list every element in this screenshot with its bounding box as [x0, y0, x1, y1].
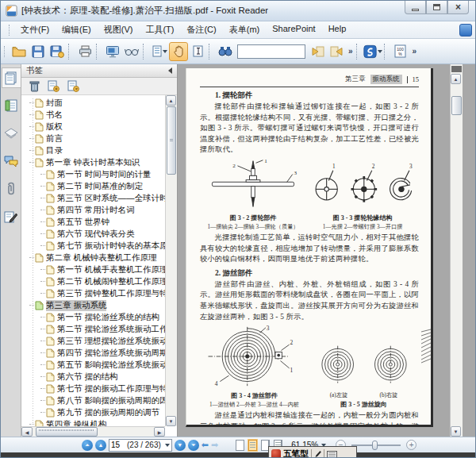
bookmark-item[interactable]: 第三节 区时系统——全球计时	[21, 192, 165, 204]
bookmark-item[interactable]: 第一节 时间与时间的计量	[21, 168, 165, 180]
bookmark-item[interactable]: 第一节 机械手表整机工作原理	[21, 264, 165, 275]
scrollbar-thumb[interactable]	[167, 106, 176, 175]
bookmark-item[interactable]: 第三章 振动系统	[21, 299, 165, 311]
add-child-bookmark-icon[interactable]	[67, 80, 79, 92]
page-display-button[interactable]	[150, 42, 169, 61]
scrollbar-thumb[interactable]	[451, 96, 462, 115]
bookmark-item[interactable]: 第二节 机械闹钟整机工作原理	[21, 275, 165, 287]
previous-view-button[interactable]: ⬅	[202, 441, 209, 449]
save-as-button[interactable]	[48, 42, 67, 61]
sidebar-collapse-icon[interactable]	[168, 67, 172, 74]
zoom-in-button[interactable]: +	[406, 440, 416, 450]
print-button[interactable]	[75, 42, 94, 61]
read-mode-button[interactable]	[122, 42, 141, 61]
sidebar-horizontal-scrollbar[interactable]: ◀ ▶	[21, 426, 165, 437]
bookmark-item[interactable]: 第九节 摆的振动周期的调节	[21, 406, 165, 418]
bookmark-item[interactable]: 第七节 振动计时钟表的基本原理	[21, 240, 165, 252]
scroll-right-button[interactable]: ▶	[154, 427, 165, 437]
bookmark-item[interactable]: 第三节 理想摆轮游丝系统振动	[21, 335, 165, 347]
bookmark-item[interactable]: 第四节 常用计时名词	[21, 204, 165, 216]
bookmark-item[interactable]: 第六节 现代钟表分类	[21, 228, 165, 240]
attachments-panel-button[interactable]	[2, 179, 21, 199]
first-page-button[interactable]: ⏶	[82, 440, 93, 451]
menu-item[interactable]: Help	[322, 21, 353, 38]
bookmark-item[interactable]: 第一章 钟表计时基本知识	[21, 156, 165, 168]
menu-item[interactable]: 视图(V)	[98, 21, 140, 38]
continuous-layout-button[interactable]	[248, 440, 257, 451]
bookmark-item[interactable]: 版权	[21, 121, 165, 133]
sidebar-vertical-scrollbar[interactable]: ▲ ▼	[165, 95, 177, 426]
pdf-page[interactable]: 第三章 振动系统 15 1. 摆轮部件 摆轮部件由摆轮和摆轴通过铆钉连接在一起，…	[186, 68, 433, 427]
find-next-button[interactable]	[327, 42, 346, 61]
single-page-layout-button[interactable]	[236, 440, 244, 451]
page-number-field[interactable]: (23 / 263)	[109, 439, 172, 452]
bookmark-item[interactable]: 第一节 摆轮游丝系统的结构	[21, 311, 165, 323]
bookmark-item[interactable]: 前言	[21, 133, 165, 144]
scrollbar-thumb[interactable]	[36, 427, 98, 437]
save-button[interactable]	[29, 42, 48, 61]
bookmark-item[interactable]: 第五节 影响摆轮游丝系统振动	[21, 359, 165, 371]
actual-size-button[interactable]: 100 %	[391, 42, 410, 61]
bookmark-item[interactable]: 第五节 世界钟	[21, 216, 165, 228]
ime-pen-icon[interactable]	[314, 450, 321, 458]
previous-page-button[interactable]: ▲	[95, 440, 106, 451]
bookmark-item[interactable]: 第四节 摆轮游丝系统振动周期	[21, 347, 165, 359]
page-display-dropdown[interactable]	[163, 50, 167, 53]
toolbar-overflow-chevron[interactable]: »	[410, 47, 419, 56]
bookmarks-panel-button[interactable]	[2, 67, 21, 88]
next-page-button[interactable]: ▼	[175, 440, 186, 451]
bookmark-item[interactable]: 第二章 机械钟表整机工作原理	[21, 252, 165, 264]
ime-language-bar[interactable]: 五笔型	[268, 446, 357, 458]
pages-panel-button[interactable]	[2, 95, 21, 116]
menu-item[interactable]: 备注(C)	[180, 21, 222, 38]
scroll-up-button[interactable]: ▲	[451, 74, 461, 84]
next-view-button[interactable]: ➡	[211, 441, 218, 449]
layers-panel-button[interactable]	[2, 123, 21, 144]
bookmark-item[interactable]: 第七节 摆的振动工作原理与特点	[21, 383, 165, 394]
find-previous-button[interactable]	[308, 42, 327, 61]
menu-item[interactable]: 文件(F)	[14, 21, 56, 38]
zoom-slider-thumb[interactable]	[372, 441, 378, 450]
signature-panel-button[interactable]	[2, 206, 21, 227]
scroll-down-button[interactable]: ▼	[166, 416, 176, 426]
open-button[interactable]	[10, 42, 29, 61]
fit-screen-button[interactable]	[103, 42, 122, 61]
find-button[interactable]	[216, 42, 235, 61]
comments-panel-button[interactable]	[2, 151, 21, 171]
toolbar-toggle-icon[interactable]	[459, 24, 472, 37]
bookmark-item[interactable]: 第六节 摆的结构	[21, 371, 165, 383]
menu-item[interactable]: 编辑(E)	[56, 21, 98, 38]
bookmark-item[interactable]: 第二节 摆轮游丝系统振动工作	[21, 323, 165, 335]
bookmark-item[interactable]: 第四章 操纵机构	[21, 418, 165, 426]
scroll-down-button[interactable]: ▼	[451, 426, 461, 437]
zoom-slider[interactable]	[351, 445, 401, 446]
ime-logo-icon[interactable]	[271, 449, 281, 458]
menu-item[interactable]: 工具(T)	[139, 21, 180, 38]
scroll-up-button[interactable]: ▲	[166, 95, 176, 106]
last-page-button[interactable]: ⏷	[188, 440, 199, 451]
sharepoint-button[interactable]	[363, 42, 382, 61]
delete-bookmark-icon[interactable]	[29, 80, 40, 92]
page-number-input[interactable]	[111, 441, 124, 449]
close-button[interactable]: ×	[447, 1, 469, 14]
bookmark-item[interactable]: 第三节 摆钟整机工作原理与特点	[21, 287, 165, 299]
hand-tool-button[interactable]	[169, 42, 188, 61]
scroll-left-button[interactable]: ◀	[21, 427, 33, 437]
sharepoint-dropdown[interactable]	[378, 50, 382, 53]
add-bookmark-icon[interactable]	[48, 80, 60, 92]
ime-keyboard-icon[interactable]	[327, 451, 337, 458]
menu-item[interactable]: 表单(m)	[223, 21, 267, 38]
toolbar-overflow-chevron[interactable]: »	[346, 47, 355, 56]
bookmark-item[interactable]: 第二节 时间基准的制定	[21, 180, 165, 192]
bookmark-item[interactable]: 封面	[21, 97, 165, 109]
bookmark-item[interactable]: 书名	[21, 109, 165, 121]
minimize-button[interactable]	[405, 1, 426, 14]
maximize-button[interactable]	[426, 1, 447, 14]
bookmark-item[interactable]: 第八节 影响摆的振动周期的因素	[21, 394, 165, 406]
ime-mode-label[interactable]: 五笔型	[283, 448, 309, 458]
bookmark-item[interactable]: 目录	[21, 144, 165, 156]
text-select-button[interactable]	[188, 42, 207, 61]
page-field-dropdown[interactable]	[165, 444, 170, 447]
menu-item[interactable]: SharePoint	[266, 21, 321, 38]
document-vertical-scrollbar[interactable]: ▲ ▼	[450, 64, 463, 437]
